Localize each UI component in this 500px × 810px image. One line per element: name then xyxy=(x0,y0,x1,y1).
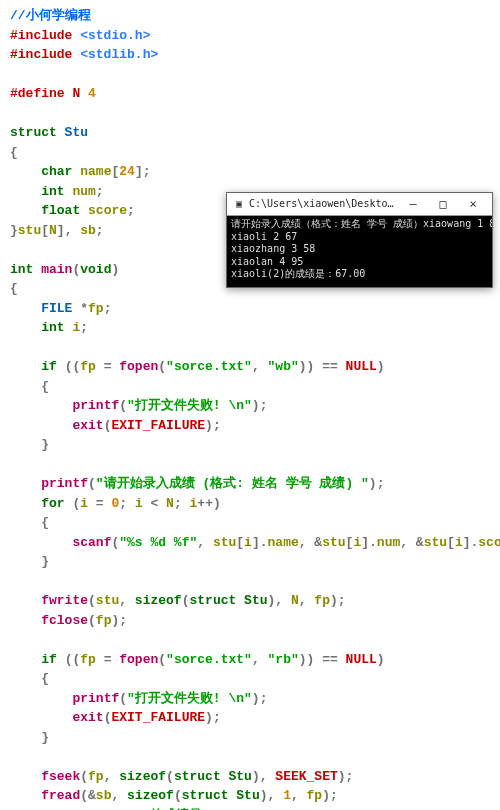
fn-printf: printf xyxy=(72,398,119,413)
macro-arg: <stdlib.h> xyxy=(80,47,158,62)
fn-fwrite: fwrite xyxy=(41,593,88,608)
macro-val: 4 xyxy=(88,86,96,101)
kw-char: char xyxy=(41,164,72,179)
kw-float: float xyxy=(41,203,80,218)
field: name xyxy=(72,164,111,179)
fn-fseek: fseek xyxy=(41,769,80,784)
fn-main: main xyxy=(33,262,72,277)
fn-fclose: fclose xyxy=(41,613,88,628)
console-line: xiaoli(2)的成绩是：67.00 xyxy=(231,268,365,279)
code-block: //小何学编程 #include <stdio.h> #include <std… xyxy=(10,6,490,810)
console-window[interactable]: ▣ C:\Users\xiaowen\Desktop\myworkspce\ST… xyxy=(226,192,493,288)
macro-name: N xyxy=(72,86,88,101)
maximize-button[interactable]: □ xyxy=(428,193,458,215)
kw-int: int xyxy=(41,184,64,199)
console-output: 请开始录入成绩（格式：姓名 学号 成绩）xiaowang 1 89 xiaoli… xyxy=(227,216,492,287)
type-file: FILE xyxy=(41,301,80,316)
type-name: Stu xyxy=(57,125,88,140)
console-line: xiaoli 2 67 xyxy=(231,231,297,242)
brace: { xyxy=(10,145,18,160)
macro-arg: <stdio.h> xyxy=(80,28,150,43)
fn-fopen: fopen xyxy=(119,359,158,374)
fn-exit: exit xyxy=(72,418,103,433)
kw-if: if xyxy=(41,359,57,374)
fn-printf: printf xyxy=(41,476,88,491)
console-title: C:\Users\xiaowen\Desktop\myworkspce\STRU… xyxy=(249,198,398,211)
console-titlebar[interactable]: ▣ C:\Users\xiaowen\Desktop\myworkspce\ST… xyxy=(227,193,492,216)
close-button[interactable]: × xyxy=(458,193,488,215)
kw-for: for xyxy=(41,496,64,511)
fn-scanf: scanf xyxy=(72,535,111,550)
macro-define: #define xyxy=(10,86,72,101)
console-line: xiaozhang 3 58 xyxy=(231,243,315,254)
kw-if: if xyxy=(41,652,57,667)
field: num xyxy=(65,184,96,199)
console-line: xiaolan 4 95 xyxy=(231,256,303,267)
field: score xyxy=(80,203,127,218)
macro-include: #include xyxy=(10,28,80,43)
kw-struct: struct xyxy=(10,125,57,140)
minimize-button[interactable]: — xyxy=(398,193,428,215)
fn-fread: fread xyxy=(41,788,80,803)
console-line: 请开始录入成绩（格式：姓名 学号 成绩）xiaowang 1 89 xyxy=(231,218,492,229)
cmd-icon: ▣ xyxy=(233,198,245,210)
code-comment: //小何学编程 xyxy=(10,8,91,23)
kw-int: int xyxy=(10,262,33,277)
macro-include: #include xyxy=(10,47,80,62)
